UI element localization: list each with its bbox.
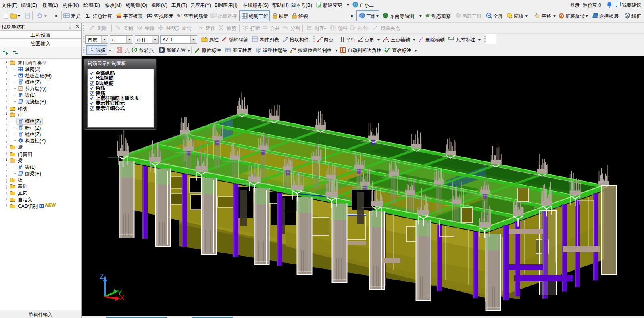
svg-text:Z: Z — [100, 273, 104, 280]
svg-text:Σ: Σ — [86, 13, 90, 19]
svg-text:6d: 6d — [177, 13, 182, 18]
svg-text:X: X — [120, 294, 124, 302]
